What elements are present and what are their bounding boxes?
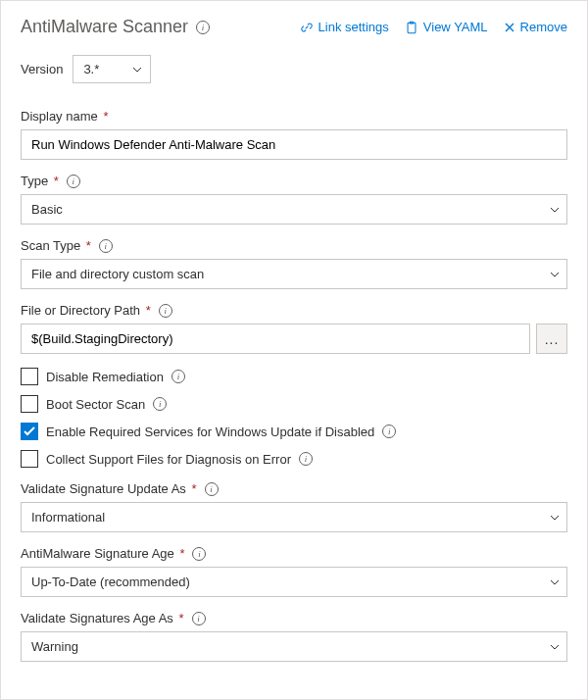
link-settings-label: Link settings: [318, 20, 389, 34]
chevron-down-icon: [550, 579, 560, 585]
scan-type-field: Scan Type * i File and directory custom …: [21, 238, 567, 289]
boot-sector-checkbox[interactable]: [21, 395, 38, 413]
required-mark: *: [100, 109, 109, 124]
clipboard-icon: [405, 21, 418, 34]
boot-sector-label: Boot Sector Scan: [46, 397, 145, 412]
version-row: Version 3.*: [21, 55, 567, 83]
enable-services-row: Enable Required Services for Windows Upd…: [21, 423, 567, 440]
link-settings-button[interactable]: Link settings: [300, 20, 389, 34]
enable-services-label: Enable Required Services for Windows Upd…: [46, 425, 374, 439]
enable-services-checkbox[interactable]: [21, 423, 38, 440]
link-icon: [300, 21, 314, 34]
svg-rect-0: [408, 23, 416, 33]
remove-button[interactable]: Remove: [504, 20, 567, 34]
scan-type-label: Scan Type * i: [21, 238, 567, 253]
panel-title: AntiMalware Scanner: [21, 17, 188, 37]
info-icon[interactable]: i: [192, 612, 206, 625]
display-name-input[interactable]: [21, 129, 567, 160]
collect-support-checkbox[interactable]: [21, 450, 38, 468]
validate-update-value: Informational: [21, 502, 567, 532]
info-icon[interactable]: i: [172, 370, 185, 383]
info-icon[interactable]: i: [67, 175, 80, 188]
chevron-down-icon: [132, 67, 142, 73]
chevron-down-icon: [550, 207, 560, 213]
checkbox-group: Disable Remediation i Boot Sector Scan i…: [21, 368, 567, 468]
validate-age-label: Validate Signatures Age As * i: [21, 611, 567, 625]
task-panel: AntiMalware Scanner i Link settings View…: [0, 0, 588, 700]
type-field: Type * i Basic: [21, 174, 567, 225]
validate-age-value: Warning: [21, 631, 567, 662]
panel-header: AntiMalware Scanner i Link settings View…: [21, 17, 567, 37]
disable-remediation-label: Disable Remediation: [46, 370, 164, 384]
validate-update-label: Validate Signature Update As * i: [21, 481, 567, 496]
info-icon[interactable]: i: [99, 239, 113, 253]
chevron-down-icon: [550, 515, 560, 521]
validate-update-field: Validate Signature Update As * i Informa…: [21, 481, 567, 532]
info-icon[interactable]: i: [196, 21, 210, 34]
scan-type-value: File and directory custom scan: [21, 259, 567, 289]
type-value: Basic: [21, 194, 567, 225]
file-path-input[interactable]: [21, 324, 530, 354]
close-icon: [504, 22, 515, 33]
header-actions: Link settings View YAML Remove: [300, 20, 567, 34]
remove-label: Remove: [520, 20, 567, 34]
chevron-down-icon: [550, 272, 560, 277]
signature-age-select[interactable]: Up-To-Date (recommended): [21, 567, 567, 597]
disable-remediation-row: Disable Remediation i: [21, 368, 567, 385]
validate-age-select[interactable]: Warning: [21, 631, 567, 662]
info-icon[interactable]: i: [192, 547, 206, 561]
info-icon[interactable]: i: [299, 452, 313, 466]
signature-age-field: AntiMalware Signature Age * i Up-To-Date…: [21, 546, 567, 597]
validate-age-field: Validate Signatures Age As * i Warning: [21, 611, 567, 662]
disable-remediation-checkbox[interactable]: [21, 368, 38, 385]
collect-support-row: Collect Support Files for Diagnosis on E…: [21, 450, 567, 468]
collect-support-label: Collect Support Files for Diagnosis on E…: [46, 452, 291, 467]
scan-type-select[interactable]: File and directory custom scan: [21, 259, 567, 289]
version-label: Version: [21, 62, 63, 76]
browse-button[interactable]: ...: [536, 324, 567, 354]
file-path-field: File or Directory Path * i ...: [21, 303, 567, 354]
file-path-label: File or Directory Path * i: [21, 303, 567, 318]
validate-update-select[interactable]: Informational: [21, 502, 567, 532]
version-select[interactable]: 3.*: [73, 55, 151, 83]
signature-age-value: Up-To-Date (recommended): [21, 567, 567, 597]
display-name-label: Display name *: [21, 109, 567, 124]
title-wrap: AntiMalware Scanner i: [21, 17, 210, 37]
type-select[interactable]: Basic: [21, 194, 567, 225]
view-yaml-label: View YAML: [423, 20, 488, 34]
info-icon[interactable]: i: [382, 425, 396, 438]
boot-sector-row: Boot Sector Scan i: [21, 395, 567, 413]
version-value: 3.*: [83, 62, 99, 76]
view-yaml-button[interactable]: View YAML: [405, 20, 488, 34]
display-name-field: Display name *: [21, 109, 567, 160]
info-icon[interactable]: i: [153, 397, 167, 411]
chevron-down-icon: [550, 644, 560, 650]
info-icon[interactable]: i: [159, 304, 172, 318]
signature-age-label: AntiMalware Signature Age * i: [21, 546, 567, 561]
info-icon[interactable]: i: [205, 482, 219, 496]
type-label: Type * i: [21, 174, 567, 188]
file-path-row: ...: [21, 324, 567, 354]
